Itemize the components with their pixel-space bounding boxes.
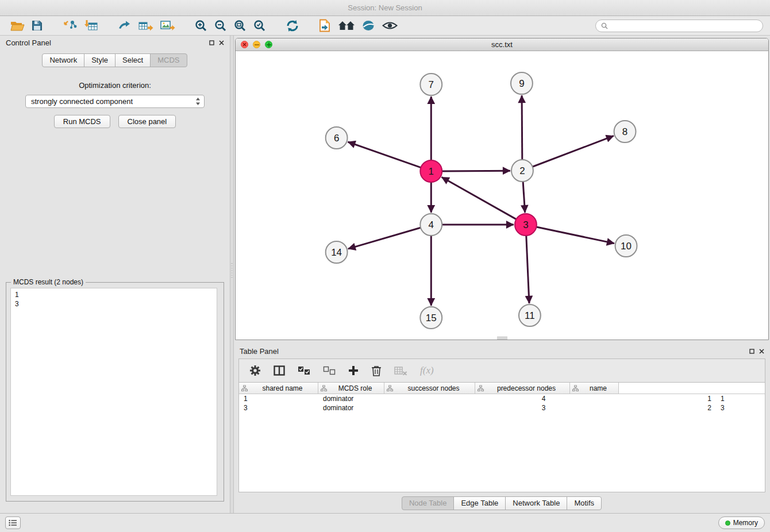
run-mcds-button[interactable]: Run MCDS xyxy=(54,115,110,128)
show-columns-button[interactable] xyxy=(274,365,285,376)
deselect-all-button[interactable] xyxy=(323,366,336,375)
open-session-button[interactable] xyxy=(7,17,28,34)
graph-node-1[interactable]: 1 xyxy=(420,160,442,182)
network-window-titlebar[interactable]: scc.txt xyxy=(236,38,768,51)
graph-node-9[interactable]: 9 xyxy=(511,72,533,94)
table-cell[interactable]: 1 xyxy=(239,395,318,403)
import-table-button[interactable] xyxy=(80,17,102,34)
graph-node-3[interactable]: 3 xyxy=(515,214,537,236)
refresh-button[interactable] xyxy=(282,17,303,34)
window-titlebar[interactable]: Session: New Session xyxy=(0,0,770,16)
delete-column-button[interactable] xyxy=(371,365,382,376)
table-cell[interactable]: 3 xyxy=(716,404,765,412)
panel-splitter[interactable] xyxy=(230,36,234,513)
graph-node-14[interactable]: 14 xyxy=(326,241,348,263)
tab-motifs[interactable]: Motifs xyxy=(567,496,602,510)
table-cell[interactable]: dominator xyxy=(318,395,384,403)
close-window-button[interactable] xyxy=(241,41,248,48)
search-input[interactable] xyxy=(611,22,757,30)
table-cell[interactable]: 1 xyxy=(550,395,717,403)
svg-text:6: 6 xyxy=(334,133,339,144)
show-panels-button[interactable] xyxy=(5,516,21,529)
export-network-button[interactable] xyxy=(114,17,135,34)
graph-edge-1-2[interactable] xyxy=(442,171,510,171)
table-settings-button[interactable] xyxy=(249,365,261,376)
float-panel-button[interactable] xyxy=(209,40,214,45)
graph-node-15[interactable]: 15 xyxy=(420,307,442,329)
table-cell[interactable]: 1 xyxy=(716,395,765,403)
graph-edge-4-14[interactable] xyxy=(348,228,421,249)
table-cell[interactable]: 3 xyxy=(239,404,318,412)
delete-table-button[interactable] xyxy=(394,366,407,375)
table-cell[interactable]: 3 xyxy=(384,404,550,412)
network-view-window: scc.txt 7968124314101511 xyxy=(235,38,769,340)
canvas-resize-grip[interactable] xyxy=(497,337,507,340)
close-panel-button[interactable]: Close panel xyxy=(118,115,176,128)
first-neighbors-button[interactable] xyxy=(334,17,359,34)
function-builder-button[interactable]: f(x) xyxy=(420,365,434,376)
select-all-button[interactable] xyxy=(298,366,310,375)
result-item[interactable]: 3 xyxy=(15,299,217,309)
main-toolbar xyxy=(0,16,770,36)
zoom-window-button[interactable] xyxy=(265,41,272,48)
graph-node-10[interactable]: 10 xyxy=(615,235,637,257)
window-title: Session: New Session xyxy=(348,3,422,12)
save-session-button[interactable] xyxy=(28,17,46,34)
add-column-button[interactable] xyxy=(348,365,359,376)
graph-node-11[interactable]: 11 xyxy=(519,304,541,326)
network-canvas[interactable]: 7968124314101511 xyxy=(236,51,768,340)
graph-edge-3-10[interactable] xyxy=(536,227,614,244)
search-field[interactable] xyxy=(595,20,763,32)
tab-network-table[interactable]: Network Table xyxy=(505,496,567,510)
graph-edge-2-8[interactable] xyxy=(533,136,614,167)
zoom-selected-button[interactable] xyxy=(250,17,270,34)
table-row[interactable]: 1dominator411 xyxy=(239,394,765,403)
tab-style[interactable]: Style xyxy=(84,53,116,67)
tab-network[interactable]: Network xyxy=(42,53,84,67)
tab-edge-table[interactable]: Edge Table xyxy=(453,496,506,510)
graph-node-8[interactable]: 8 xyxy=(614,121,636,142)
table-body[interactable]: 1dominator4113dominator323 xyxy=(239,394,765,492)
mcds-result-list[interactable]: 13 xyxy=(10,288,217,496)
tab-node-table[interactable]: Node Table xyxy=(402,496,455,510)
float-table-panel-button[interactable] xyxy=(749,349,754,354)
show-hide-button[interactable] xyxy=(379,17,401,34)
minimize-window-button[interactable] xyxy=(253,41,260,48)
mcds-result-title: MCDS result (2 nodes) xyxy=(11,278,86,286)
table-row[interactable]: 3dominator323 xyxy=(239,403,765,413)
zoom-in-button[interactable] xyxy=(191,17,211,34)
zoom-out-button[interactable] xyxy=(211,17,230,34)
result-item[interactable]: 1 xyxy=(15,290,217,299)
table-cell[interactable]: 4 xyxy=(384,395,550,403)
memory-button[interactable]: Memory xyxy=(718,516,765,529)
graph-node-7[interactable]: 7 xyxy=(420,74,442,95)
tab-select[interactable]: Select xyxy=(115,53,151,67)
export-document-button[interactable] xyxy=(315,17,334,34)
column-header-name[interactable]: name xyxy=(570,383,619,394)
svg-text:1: 1 xyxy=(429,166,434,177)
tab-mcds[interactable]: MCDS xyxy=(150,53,187,67)
table-cell[interactable]: 2 xyxy=(550,404,717,412)
splitter-grip[interactable] xyxy=(231,263,233,278)
close-table-panel-button[interactable] xyxy=(759,349,764,354)
column-header-shared-name[interactable]: shared name xyxy=(239,383,318,394)
import-network-button[interactable] xyxy=(59,17,80,34)
graph-node-4[interactable]: 4 xyxy=(420,214,442,236)
graph-node-6[interactable]: 6 xyxy=(326,127,348,149)
graph-edge-2-9[interactable] xyxy=(522,95,522,160)
graph-edge-3-11[interactable] xyxy=(526,236,529,303)
column-header-predecessor-nodes[interactable]: predecessor nodes xyxy=(475,383,570,394)
graph-edge-1-6[interactable] xyxy=(348,142,421,168)
table-cell[interactable]: dominator xyxy=(318,404,384,412)
zoom-fit-button[interactable] xyxy=(230,17,250,34)
export-image-button[interactable] xyxy=(157,17,179,34)
graph-edge-2-3[interactable] xyxy=(523,182,525,213)
column-header-mcds-role[interactable]: MCDS role xyxy=(318,383,384,394)
apply-style-button[interactable] xyxy=(359,17,379,34)
graph-edge-3-1[interactable] xyxy=(442,177,517,219)
graph-node-2[interactable]: 2 xyxy=(511,160,533,182)
column-header-successor-nodes[interactable]: successor nodes xyxy=(384,383,475,394)
optimization-criterion-select[interactable]: strongly connected component xyxy=(25,95,205,108)
export-table-button[interactable] xyxy=(135,17,157,34)
close-control-panel-button[interactable] xyxy=(219,40,224,45)
